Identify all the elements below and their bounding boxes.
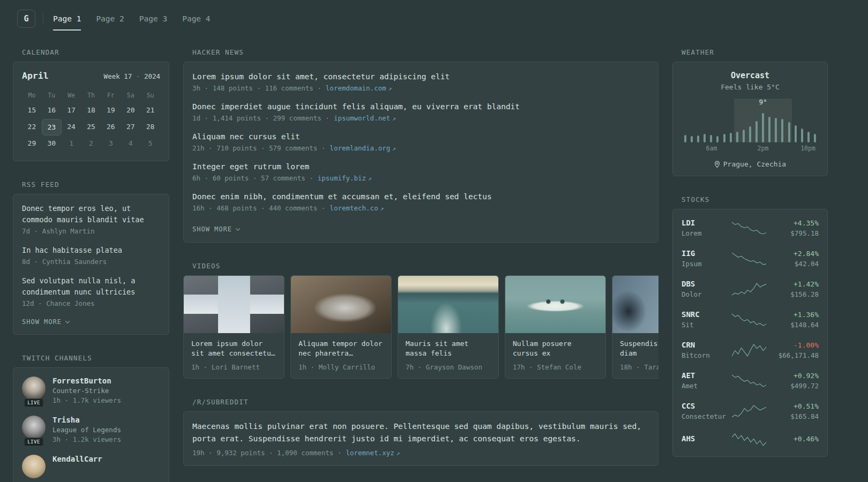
twitch-channel-name[interactable]: Trisha — [53, 416, 121, 424]
calendar-day-header: Mo — [22, 88, 42, 102]
hn-item-domain-link[interactable]: ipsumify.biz↗ — [318, 174, 372, 182]
stock-name: Lorem — [682, 229, 732, 237]
stock-row[interactable]: AETAmet +0.92%$499.72 — [682, 365, 819, 396]
live-badge: LIVE — [24, 398, 43, 407]
twitch-channel-meta: 1h · 1.7k viewers — [53, 396, 121, 404]
video-card[interactable]: Lorem ipsum dolor sit amet consectetu… 1… — [183, 275, 285, 379]
temperature-bar — [730, 133, 732, 142]
video-card[interactable]: Nullam posuere cursus ex 17h · Stefan Co… — [505, 275, 606, 379]
video-title: Mauris sit amet massa felis — [406, 339, 491, 358]
calendar-card: April Week 17 · 2024 MoTuWeThFrSaSu15161… — [13, 62, 169, 161]
stock-info: LDILorem — [682, 219, 732, 237]
rss-item-title[interactable]: In hac habitasse platea — [22, 245, 160, 256]
hn-item-domain-link[interactable]: ipsumworld.net↗ — [334, 114, 396, 122]
tab-page-3[interactable]: Page 3 — [139, 11, 167, 27]
hn-item-title[interactable]: Integer eget rutrum lorem — [192, 161, 649, 172]
subreddit-domain-link[interactable]: loremnet.xyz↗ — [346, 449, 400, 457]
temperature-bar — [788, 122, 790, 142]
avatar — [22, 376, 46, 400]
hn-item-domain-link[interactable]: loremdomain.com↗ — [326, 84, 392, 92]
twitch-channel-name[interactable]: ForrestBurton — [53, 376, 121, 385]
video-body: Aliquam tempor dolor nec pharetra… 1h · … — [291, 333, 391, 378]
calendar-date: 24 — [62, 119, 81, 135]
stock-price: $42.04 — [769, 260, 819, 268]
calendar-widget: CALENDAR April Week 17 · 2024 MoTuWeThFr… — [13, 48, 169, 161]
calendar-day-header: Sa — [121, 88, 140, 102]
stock-price: $156.28 — [769, 290, 819, 298]
twitch-channel-row[interactable]: LIVE ForrestBurton Counter-Strike 1h · 1… — [22, 376, 160, 404]
stock-symbol: CRN — [682, 341, 732, 349]
video-card[interactable]: Suspendisse euismod diam 18h · Tara — [612, 275, 659, 379]
twitch-channel-name[interactable]: KendallCarr — [53, 455, 102, 463]
temperature-bar — [704, 134, 706, 142]
rss-item: Donec tempor eros leo, ut commodo mauris… — [22, 203, 160, 235]
stock-symbol: DBS — [682, 280, 732, 288]
hacker-news-widget-title: HACKER NEWS — [192, 48, 659, 56]
twitch-channel-row[interactable]: LIVE Trisha League of Legends 3h · 1.2k … — [22, 416, 160, 443]
subreddit-post-meta: 19h · 9,932 points · 1,090 comments ·lor… — [192, 449, 649, 457]
weather-location-label: Prague, Czechia — [723, 160, 786, 168]
temperature-bar — [697, 135, 699, 142]
top-nav: G Page 1 Page 2 Page 3 Page 4 — [0, 0, 868, 37]
hn-item-domain-link[interactable]: loremlandia.org↗ — [330, 144, 396, 152]
video-thumbnail — [505, 276, 605, 333]
video-title: Aliquam tempor dolor nec pharetra… — [298, 339, 384, 358]
subreddit-post-text[interactable]: Maecenas mollis pulvinar erat non posuer… — [192, 420, 649, 445]
stock-info: AHS — [682, 434, 732, 445]
calendar-date: 27 — [121, 119, 140, 135]
videos-widget-title: VIDEOS — [192, 262, 659, 270]
hn-item-title[interactable]: Donec imperdiet augue tincidunt felis al… — [192, 101, 649, 112]
video-body: Lorem ipsum dolor sit amet consectetu… 1… — [184, 333, 284, 378]
temperature-bar — [781, 119, 783, 142]
rss-item-meta: 7d · Ashlyn Martin — [22, 227, 160, 235]
hn-item-domain-link[interactable]: loremtech.co↗ — [330, 204, 384, 212]
stock-sparkline — [732, 312, 769, 327]
rss-item-title[interactable]: Sed volutpat nulla nisl, a condimentum n… — [22, 275, 160, 298]
rss-show-more-button[interactable]: SHOW MORE — [22, 318, 69, 326]
app-logo[interactable]: G — [17, 10, 35, 28]
hn-item-meta: 6h · 60 points · 57 comments ·ipsumify.b… — [192, 174, 649, 182]
calendar-widget-title: CALENDAR — [22, 48, 169, 56]
video-meta: 1h · Molly Carrillo — [298, 363, 384, 371]
stock-row[interactable]: IIGIpsum +2.84%$42.04 — [682, 243, 819, 274]
weather-location[interactable]: Prague, Czechia — [680, 160, 820, 168]
video-thumbnail — [398, 276, 498, 333]
hn-item-title[interactable]: Lorem ipsum dolor sit amet, consectetur … — [192, 71, 649, 82]
calendar-date: 5 — [140, 135, 160, 152]
video-meta: 7h · Grayson Dawson — [406, 363, 491, 371]
time-label: 10pm — [800, 145, 815, 152]
stock-row[interactable]: DBSDolor +1.42%$156.28 — [682, 274, 819, 304]
rss-item-title[interactable]: Donec tempor eros leo, ut commodo mauris… — [22, 203, 160, 225]
video-card[interactable]: Aliquam tempor dolor nec pharetra… 1h · … — [290, 275, 392, 379]
tab-page-4[interactable]: Page 4 — [182, 11, 210, 27]
stock-name: Ipsum — [682, 260, 732, 268]
live-badge: LIVE — [24, 438, 43, 446]
tab-page-1[interactable]: Page 1 — [53, 11, 81, 27]
stock-row[interactable]: AHS +0.46% — [682, 426, 819, 453]
twitch-channel-info: Trisha League of Legends 3h · 1.2k viewe… — [53, 416, 121, 443]
stock-row[interactable]: CCSConsectetur +0.51%$165.84 — [682, 396, 819, 426]
calendar-date: 29 — [22, 135, 42, 152]
stocks-widget-title: STOCKS — [682, 195, 828, 204]
calendar-date: 15 — [22, 102, 42, 119]
tab-page-2[interactable]: Page 2 — [96, 11, 124, 27]
middle-column: HACKER NEWS Lorem ipsum dolor sit amet, … — [183, 48, 659, 482]
stock-info: DBSDolor — [682, 280, 732, 298]
video-thumbnail — [184, 276, 284, 333]
weather-condition: Overcast — [680, 71, 820, 80]
left-column: CALENDAR April Week 17 · 2024 MoTuWeThFr… — [13, 48, 169, 482]
twitch-channel-row[interactable]: KendallCarr — [22, 455, 160, 478]
hn-item-title[interactable]: Donec enim nibh, condimentum et accumsan… — [192, 191, 649, 202]
hn-show-more-button[interactable]: SHOW MORE — [192, 225, 240, 233]
hn-item-title[interactable]: Aliquam nec cursus elit — [192, 131, 649, 142]
stock-row[interactable]: SNRCSit +1.36%$148.64 — [682, 304, 819, 335]
stock-row[interactable]: LDILorem +4.35%$795.18 — [682, 213, 819, 243]
stock-row[interactable]: CRNBitcorn -1.00%$66,171.48 — [682, 335, 819, 365]
hn-item-meta: 21h · 710 points · 579 comments ·loremla… — [192, 144, 649, 152]
video-card[interactable]: Mauris sit amet massa felis 7h · Grayson… — [398, 275, 499, 379]
show-more-label: SHOW MORE — [22, 318, 62, 326]
stock-price: $148.64 — [769, 321, 819, 329]
hn-meta-text: 1d · 1,414 points · 299 comments · — [192, 114, 330, 122]
calendar-grid: MoTuWeThFrSaSu15161718192021222324252627… — [22, 88, 160, 152]
rss-card: Donec tempor eros leo, ut commodo mauris… — [13, 194, 169, 335]
